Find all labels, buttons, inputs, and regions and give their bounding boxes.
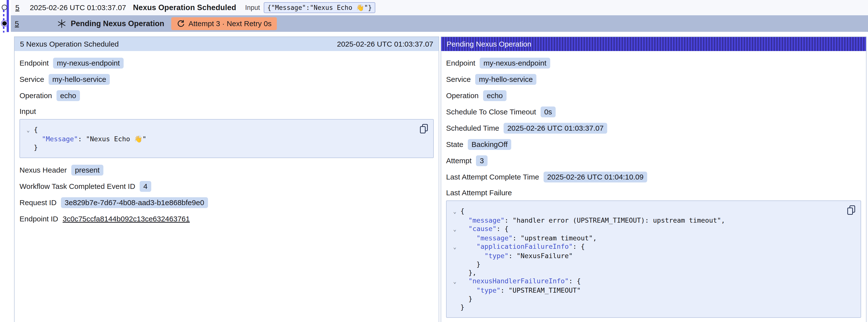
copy-icon[interactable]: [846, 205, 856, 216]
field-row: StateBackingOff: [446, 139, 861, 150]
pending-title: Pending Nexus Operation: [71, 19, 164, 28]
field-value-badge: BackingOff: [468, 139, 511, 150]
field-row: Servicemy-hello-service: [446, 74, 861, 85]
scheduled-panel-timestamp: 2025-02-26 UTC 01:03:37.07: [337, 40, 433, 48]
copy-icon[interactable]: [419, 124, 429, 134]
pending-detail-panel: Pending Nexus Operation Endpointmy-nexus…: [441, 36, 867, 322]
code-line: "type": "NexusFailure": [449, 252, 843, 260]
collapse-chevron-icon[interactable]: ⌄: [449, 243, 460, 252]
code-gutter: [449, 260, 460, 268]
code-text: }: [460, 303, 464, 312]
collapse-chevron-icon[interactable]: ⌄: [449, 207, 460, 216]
event-detail-panels: 5 Nexus Operation Scheduled 2025-02-26 U…: [0, 36, 868, 322]
code-text: "cause": {: [460, 225, 508, 234]
code-text: },: [460, 268, 476, 277]
code-line: }: [449, 303, 843, 312]
field-value-badge: 3e829b7e-7d67-4b08-aad3-b1e868bfe9e0: [61, 197, 208, 208]
pending-asterisk-icon: [57, 19, 66, 28]
field-row: Nexus Headerpresent: [20, 164, 434, 176]
field-row: Schedule To Close Timeout0s: [446, 106, 861, 118]
code-gutter: [449, 252, 460, 260]
code-text: "nexusHandlerFailureInfo": {: [460, 277, 581, 286]
code-text: {: [34, 126, 38, 135]
field-row: Workflow Task Completed Event ID4: [20, 181, 434, 192]
field-value-badge: my-hello-service: [475, 74, 536, 85]
field-label: Request ID: [20, 198, 57, 207]
event-input-value-badge[interactable]: {"Message":"Nexus Echo 👋"}: [264, 2, 375, 13]
field-label: Service: [20, 75, 44, 84]
pending-id-link[interactable]: 5: [15, 20, 19, 28]
code-line: "message": "handler error (UPSTREAM_TIME…: [449, 216, 843, 225]
retry-status-badge: Attempt 3 · Next Retry 0s: [171, 17, 277, 30]
field-label: Nexus Header: [20, 166, 67, 174]
collapse-chevron-icon[interactable]: ⌄: [449, 277, 460, 286]
code-line: "type": "UPSTREAM_TIMEOUT": [449, 286, 843, 295]
scheduled-panel-header: 5 Nexus Operation Scheduled 2025-02-26 U…: [14, 37, 439, 51]
event-row-pending-selected[interactable]: 5 Pending Nexus Operation Attempt 3 · Ne…: [11, 15, 868, 32]
field-row: Operationecho: [20, 90, 434, 101]
event-input-label: Input: [245, 4, 260, 11]
field-value-badge: 0s: [540, 106, 556, 117]
field-value-badge: my-hello-service: [49, 74, 110, 85]
field-label: State: [446, 140, 463, 149]
field-value-badge: my-nexus-endpoint: [479, 58, 550, 68]
field-row: Endpoint ID3c0c75ccfa8144b092c13ce632463…: [20, 213, 434, 225]
event-timestamp: 2025-02-26 UTC 01:03:37.07: [30, 3, 126, 12]
code-text: {: [460, 207, 464, 216]
code-text: "message": "handler error (UPSTREAM_TIME…: [460, 216, 725, 225]
code-text: "message": "upstream timeout",: [460, 234, 597, 243]
endpoint-id-link[interactable]: 3c0c75ccfa8144b092c13ce632463761: [63, 215, 190, 223]
input-section-label: Input: [20, 107, 434, 116]
failure-section-label: Last Attempt Failure: [446, 189, 861, 197]
field-label: Attempt: [446, 157, 471, 165]
code-text: }: [460, 260, 480, 268]
field-row: Scheduled Time2025-02-26 UTC 01:03:37.07: [446, 123, 861, 134]
code-text: "applicationFailureInfo": {: [460, 243, 585, 252]
timeline-current-dot-icon[interactable]: [1, 20, 8, 27]
code-text: "Message": "Nexus Echo 👋": [34, 135, 146, 143]
field-value-badge: 3: [476, 155, 488, 166]
code-text: "type": "NexusFailure": [460, 252, 573, 260]
retry-badge-text: Attempt 3 · Next Retry 0s: [188, 20, 272, 28]
code-gutter: [449, 286, 460, 295]
code-text: }: [460, 295, 472, 303]
code-gutter: [449, 303, 460, 312]
field-row: Request ID3e829b7e-7d67-4b08-aad3-b1e868…: [20, 197, 434, 208]
code-line: }: [23, 143, 416, 152]
failure-code-block: ⌄{ "message": "handler error (UPSTREAM_T…: [446, 200, 861, 318]
field-label: Operation: [20, 92, 52, 100]
field-label: Workflow Task Completed Event ID: [20, 182, 135, 191]
event-title: Nexus Operation Scheduled: [133, 3, 236, 12]
field-label: Schedule To Close Timeout: [446, 108, 536, 116]
code-gutter: [23, 135, 34, 143]
code-line: ⌄ "cause": {: [449, 225, 843, 234]
code-line: }: [449, 260, 843, 268]
field-row: Attempt3: [446, 155, 861, 166]
pending-panel-header: Pending Nexus Operation: [441, 37, 866, 51]
field-label: Endpoint: [20, 59, 49, 67]
code-gutter: [449, 216, 460, 225]
field-value-badge: 2025-02-26 UTC 01:04:10.09: [544, 171, 647, 183]
code-line: ⌄{: [449, 207, 843, 216]
code-gutter: [23, 143, 34, 152]
code-text: "type": "UPSTREAM_TIMEOUT": [460, 286, 581, 295]
field-label: Endpoint: [446, 59, 475, 67]
code-gutter: [449, 268, 460, 277]
code-gutter: [449, 295, 460, 303]
event-id-link[interactable]: 5: [15, 3, 20, 12]
code-line: "message": "upstream timeout",: [449, 234, 843, 243]
input-code-block: ⌄{ "Message": "Nexus Echo 👋"}: [20, 119, 434, 158]
scheduled-panel-title: 5 Nexus Operation Scheduled: [20, 40, 119, 48]
event-row-scheduled[interactable]: 5 2025-02-26 UTC 01:03:37.07 Nexus Opera…: [11, 0, 868, 15]
collapse-chevron-icon[interactable]: ⌄: [449, 225, 460, 234]
field-label: Endpoint ID: [20, 215, 58, 223]
code-line: }: [449, 295, 843, 303]
field-label: Last Attempt Complete Time: [446, 173, 539, 181]
code-text: }: [34, 143, 38, 152]
field-label: Service: [446, 75, 471, 84]
pending-panel-title: Pending Nexus Operation: [446, 40, 531, 48]
scheduled-detail-panel: 5 Nexus Operation Scheduled 2025-02-26 U…: [14, 36, 439, 322]
code-line: ⌄ "applicationFailureInfo": {: [449, 243, 843, 252]
collapse-chevron-icon[interactable]: ⌄: [23, 126, 34, 135]
field-value-badge: present: [71, 165, 103, 175]
